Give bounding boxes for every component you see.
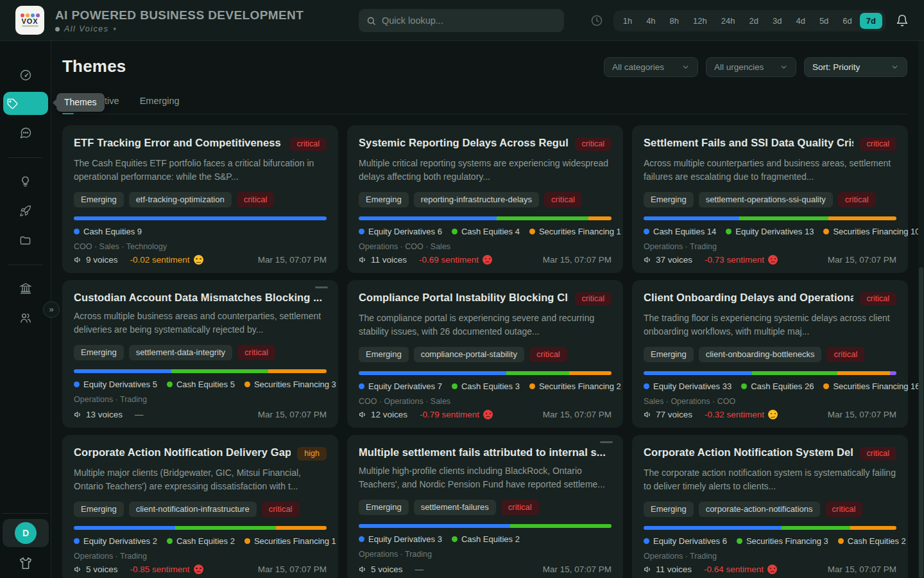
theme-card[interactable]: Corporate Action Notification System Del… bbox=[632, 435, 908, 578]
sidebar-item-files[interactable] bbox=[13, 227, 38, 253]
card-departments: Sales · Operations · COO bbox=[644, 397, 896, 406]
tag-settlement-operations-ssi-quality[interactable]: settlement-operations-ssi-quality bbox=[699, 192, 833, 207]
tag-critical[interactable]: critical bbox=[544, 192, 582, 207]
time-range-2d[interactable]: 2d bbox=[742, 13, 764, 29]
time-range-12h[interactable]: 12h bbox=[687, 13, 714, 29]
sidebar-item-institutions[interactable] bbox=[13, 276, 38, 301]
tag-emerging[interactable]: Emerging bbox=[74, 192, 124, 207]
tag-compliance-portal-stability[interactable]: compliance-portal-stability bbox=[414, 347, 524, 362]
tag-client-notification-infrastructure[interactable]: client-notification-infrastructure bbox=[129, 502, 257, 517]
tag-settlement-data-integrity[interactable]: settlement-data-integrity bbox=[129, 345, 232, 360]
confused-face-icon bbox=[768, 410, 778, 419]
avatar: D bbox=[15, 522, 37, 544]
time-range-1h[interactable]: 1h bbox=[617, 13, 638, 29]
time-range-8h[interactable]: 8h bbox=[663, 13, 685, 29]
category-bar bbox=[359, 524, 612, 528]
tag-critical[interactable]: critical bbox=[237, 192, 275, 207]
time-range-6d[interactable]: 6d bbox=[836, 13, 858, 29]
tag-reporting-infrastructure-delays[interactable]: reporting-infrastructure-delays bbox=[414, 192, 539, 207]
urgencies-filter-dropdown[interactable]: All urgencies bbox=[706, 57, 796, 77]
speaker-icon bbox=[359, 565, 367, 574]
notifications-bell-icon[interactable] bbox=[896, 14, 909, 27]
sidebar-item-people[interactable] bbox=[13, 305, 38, 331]
urgency-badge: critical bbox=[575, 137, 612, 151]
theme-card[interactable]: Client Onboarding Delays and Operational… bbox=[632, 280, 908, 428]
sidebar-item-conversations[interactable] bbox=[13, 120, 38, 146]
tag-emerging[interactable]: Emerging bbox=[359, 347, 409, 362]
bank-icon bbox=[19, 282, 32, 295]
tag-emerging[interactable]: Emerging bbox=[644, 502, 694, 517]
theme-card[interactable]: Corporate Action Notification Delivery G… bbox=[62, 435, 338, 578]
tag-critical[interactable]: critical bbox=[529, 347, 567, 362]
app-title: AI POWERED BUSINESS DEVELOPMENT bbox=[55, 8, 304, 22]
sidebar-item-ideas[interactable] bbox=[13, 168, 38, 194]
bar-segment bbox=[74, 526, 175, 530]
sentiment-value: — bbox=[415, 565, 424, 574]
sidebar-item-dashboard[interactable] bbox=[13, 62, 38, 88]
time-range-5d[interactable]: 5d bbox=[813, 13, 835, 29]
card-tags: Emergingsettlement-failurescritical bbox=[359, 500, 612, 515]
quick-lookup-search[interactable] bbox=[359, 9, 564, 32]
legend-item: Securities Financing 3 bbox=[737, 536, 828, 546]
category-legend: Equity Derivatives 5Cash Equities 5Secur… bbox=[74, 380, 327, 389]
tag-critical[interactable]: critical bbox=[262, 502, 300, 517]
theme-card[interactable]: Custodian Account Data Mismatches Blocki… bbox=[62, 280, 338, 428]
sidebar-expand-button[interactable]: » bbox=[43, 301, 60, 318]
card-title: Settlement Fails and SSI Data Quality Cr… bbox=[644, 137, 853, 149]
scrollbar-thumb[interactable] bbox=[919, 267, 923, 578]
tab-emerging[interactable]: Emerging bbox=[139, 96, 180, 114]
theme-card[interactable]: Systemic Reporting Delays Across Regulat… bbox=[347, 125, 623, 273]
voices-dot-icon bbox=[55, 27, 60, 31]
card-tags: Emergingcompliance-portal-stabilitycriti… bbox=[359, 347, 612, 362]
tshirt-icon[interactable] bbox=[19, 556, 33, 570]
time-range-4h[interactable]: 4h bbox=[640, 13, 662, 29]
tag-emerging[interactable]: Emerging bbox=[359, 192, 409, 207]
user-avatar-button[interactable]: D bbox=[3, 519, 49, 547]
vox-logo[interactable]: VOX bbox=[15, 6, 44, 35]
card-dash bbox=[315, 286, 328, 288]
bar-segment bbox=[276, 526, 327, 530]
time-range-7d[interactable]: 7d bbox=[860, 13, 882, 29]
legend-dot-icon bbox=[737, 538, 742, 544]
tag-critical[interactable]: critical bbox=[501, 500, 539, 515]
tag-settlement-failures[interactable]: settlement-failures bbox=[414, 500, 496, 515]
voices-label: All Voices bbox=[64, 24, 108, 33]
tag-emerging[interactable]: Emerging bbox=[644, 192, 694, 207]
tag-emerging[interactable]: Emerging bbox=[74, 502, 124, 517]
tag-critical[interactable]: critical bbox=[825, 502, 863, 517]
voices-selector[interactable]: All Voices ▾ bbox=[55, 24, 304, 33]
theme-card[interactable]: Settlement Fails and SSI Data Quality Cr… bbox=[632, 125, 908, 273]
time-range-4d[interactable]: 4d bbox=[789, 13, 811, 29]
sidebar-item-launch[interactable] bbox=[13, 198, 38, 223]
tag-emerging[interactable]: Emerging bbox=[644, 347, 694, 362]
legend-item: Equity Derivatives 6 bbox=[644, 536, 727, 546]
legend-item: Equity Derivatives 33 bbox=[644, 381, 732, 391]
search-input[interactable] bbox=[382, 15, 556, 26]
tag-critical[interactable]: critical bbox=[838, 192, 876, 207]
categories-filter-dropdown[interactable]: All categories bbox=[604, 57, 698, 77]
time-range-24h[interactable]: 24h bbox=[715, 13, 742, 29]
tag-emerging[interactable]: Emerging bbox=[74, 345, 124, 360]
category-bar bbox=[644, 216, 896, 220]
sidebar-item-themes[interactable] bbox=[3, 92, 48, 115]
tag-emerging[interactable]: Emerging bbox=[359, 500, 409, 515]
logo-text: VOX bbox=[21, 18, 38, 24]
theme-card[interactable]: ETF Tracking Error and Competitiveness A… bbox=[62, 125, 338, 273]
card-timestamp: Mar 15, 07:07 PM bbox=[258, 255, 327, 265]
tag-critical[interactable]: critical bbox=[826, 347, 864, 362]
category-legend: Equity Derivatives 3Cash Equities 2 bbox=[359, 534, 612, 544]
tag-critical[interactable]: critical bbox=[237, 345, 275, 360]
theme-card[interactable]: Compliance Portal Instability Blocking C… bbox=[347, 280, 623, 428]
time-range-3d[interactable]: 3d bbox=[766, 13, 788, 29]
bar-segment bbox=[506, 371, 570, 375]
theme-card[interactable]: Multiple settlement fails attributed to … bbox=[347, 435, 623, 578]
bar-segment bbox=[359, 371, 506, 375]
search-icon bbox=[366, 16, 376, 26]
sort-dropdown[interactable]: Sort: Priority bbox=[804, 57, 907, 77]
tag-client-onboarding-bottlenecks[interactable]: client-onboarding-bottlenecks bbox=[699, 347, 822, 362]
tag-etf-tracking-optimization[interactable]: etf-tracking-optimization bbox=[129, 192, 232, 207]
category-legend: Equity Derivatives 2Cash Equities 2Secur… bbox=[74, 536, 327, 546]
tag-corporate-action-notifications[interactable]: corporate-action-notifications bbox=[699, 502, 820, 517]
card-description: The corporate action notification system… bbox=[644, 466, 896, 493]
legend-dot-icon bbox=[244, 538, 250, 544]
